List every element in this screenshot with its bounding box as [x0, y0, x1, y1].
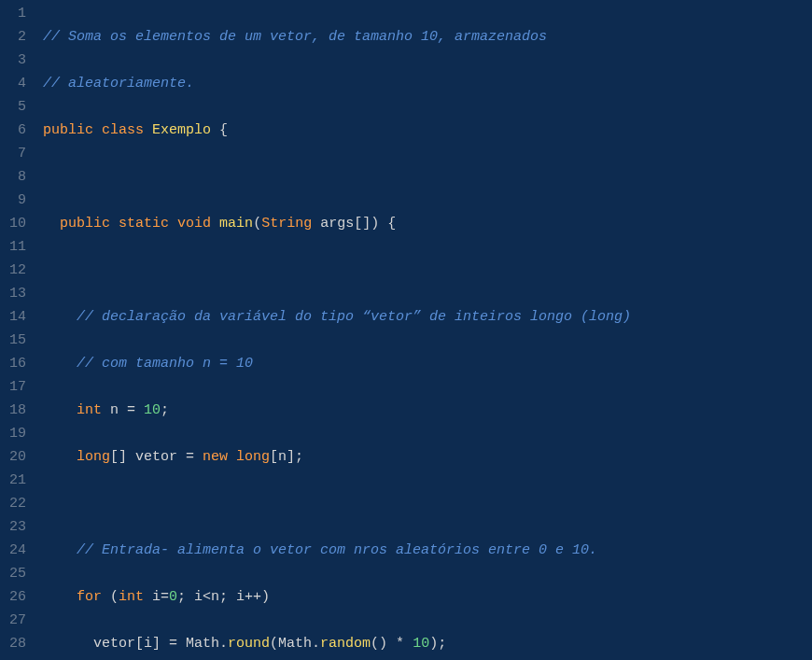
keyword-new: new [194, 449, 236, 465]
op-eq: = [186, 449, 194, 465]
line-number: 25 [6, 562, 26, 585]
line-number: 15 [6, 329, 26, 352]
comment: // aleatoriamente. [43, 76, 194, 91]
line-number: 21 [6, 469, 26, 492]
keyword-long: long [236, 449, 270, 465]
line-number: 26 [6, 585, 26, 609]
comment: // Entrada- alimenta o vetor com nros al… [77, 542, 597, 558]
op-eq: = [127, 402, 135, 418]
code-line[interactable]: // declaração da variável do tipo “vetor… [43, 305, 812, 329]
array-brackets: [n]; [270, 449, 303, 465]
line-number: 11 [6, 235, 26, 259]
args: args[]) { [312, 216, 396, 232]
line-number: 16 [6, 352, 26, 375]
line-number: 1 [6, 2, 26, 25]
number-literal: 0 [169, 589, 177, 605]
keyword-public: public [43, 122, 93, 138]
class-name: Exemplo [152, 122, 211, 138]
paren: ( [253, 216, 261, 232]
line-number: 23 [6, 515, 26, 539]
keyword-public: public [60, 216, 110, 232]
semicolon: ; [161, 402, 169, 418]
comment: // com tamanho n = 10 [77, 356, 253, 372]
number-literal: 10 [413, 636, 429, 652]
var-vetor: [] vetor [110, 449, 186, 465]
line-number: 28 [6, 632, 26, 655]
line-number: 27 [6, 609, 26, 632]
line-number: 22 [6, 492, 26, 515]
keyword-void: void [177, 216, 211, 232]
paren: ); [429, 636, 446, 652]
paren: ( [102, 589, 119, 605]
brace: { [211, 122, 228, 138]
line-number: 5 [6, 95, 26, 119]
keyword-for: for [77, 589, 102, 605]
method-random: random [320, 636, 371, 652]
line-number: 14 [6, 305, 26, 329]
line-number: 6 [6, 119, 26, 142]
keyword-class: class [102, 122, 144, 138]
code-line[interactable]: // com tamanho n = 10 [43, 352, 812, 375]
method-round: round [228, 636, 270, 652]
keyword-int: int [119, 589, 144, 605]
line-number: 4 [6, 72, 26, 95]
line-number: 24 [6, 539, 26, 562]
code-line[interactable]: for (int i=0; i<n; i++) [43, 585, 812, 609]
code-line[interactable] [43, 492, 812, 515]
line-number: 20 [6, 445, 26, 469]
line-number: 18 [6, 399, 26, 422]
var-n: n [102, 402, 127, 418]
line-number: 19 [6, 422, 26, 445]
keyword-static: static [119, 216, 169, 232]
keyword-int: int [77, 402, 102, 418]
math-class: Math. [177, 636, 228, 652]
code-line[interactable]: int n = 10; [43, 399, 812, 422]
comment: // declaração da variável do tipo “vetor… [77, 309, 631, 325]
number-literal: 10 [144, 402, 161, 418]
line-number: 7 [6, 142, 26, 165]
line-number: 8 [6, 165, 26, 189]
code-line[interactable]: public class Exemplo { [43, 119, 812, 142]
line-number: 10 [6, 212, 26, 235]
code-line[interactable]: long[] vetor = new long[n]; [43, 445, 812, 469]
code-line[interactable]: // Soma os elementos de um vetor, de tam… [43, 25, 812, 49]
assignment-target: vetor[i] [43, 636, 169, 652]
code-editor: 1 2 3 4 5 6 7 8 9 10 11 12 13 14 15 16 1… [0, 0, 812, 660]
code-line[interactable] [43, 165, 812, 189]
line-number: 17 [6, 375, 26, 399]
type-string: String [261, 216, 312, 232]
op-eq: = [169, 636, 177, 652]
line-number: 13 [6, 282, 26, 305]
code-line[interactable]: // Entrada- alimenta o vetor com nros al… [43, 539, 812, 562]
line-number: 9 [6, 189, 26, 212]
code-line[interactable] [43, 259, 812, 282]
code-line[interactable]: public static void main(String args[]) { [43, 212, 812, 235]
loop-cond: ; i<n; i++) [177, 589, 270, 605]
line-number: 2 [6, 25, 26, 49]
keyword-long: long [77, 449, 110, 465]
line-number: 3 [6, 49, 26, 72]
code-line[interactable]: // aleatoriamente. [43, 72, 812, 95]
loop-var: i= [144, 589, 169, 605]
comment: // Soma os elementos de um vetor, de tam… [43, 29, 547, 45]
mult: () * [371, 636, 413, 652]
math-class: (Math. [270, 636, 320, 652]
method-main: main [219, 216, 253, 232]
code-area[interactable]: // Soma os elementos de um vetor, de tam… [35, 0, 812, 660]
code-line[interactable]: vetor[i] = Math.round(Math.random() * 10… [43, 632, 812, 655]
line-number-gutter: 1 2 3 4 5 6 7 8 9 10 11 12 13 14 15 16 1… [0, 0, 35, 660]
line-number: 12 [6, 259, 26, 282]
